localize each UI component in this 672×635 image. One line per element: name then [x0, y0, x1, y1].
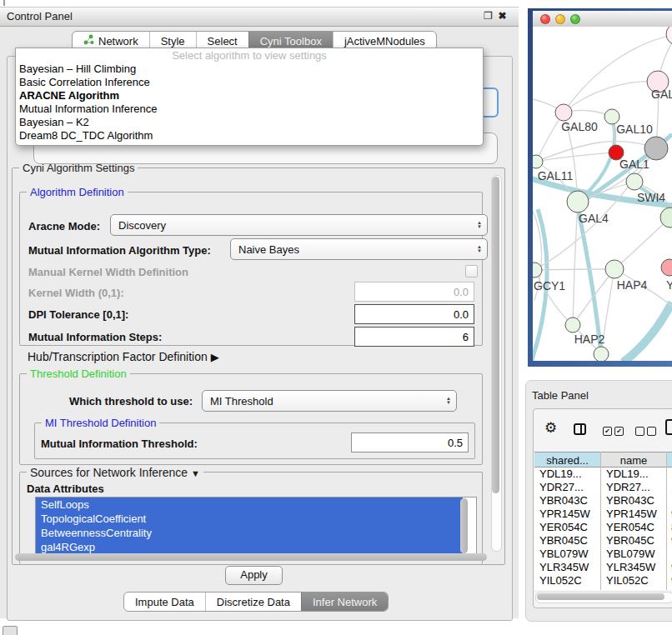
table-row[interactable]: YIL052CYIL052C9 — [534, 574, 672, 588]
expand-right-icon[interactable]: ▶ — [211, 351, 219, 363]
aracne-mode-value: Discovery — [118, 219, 477, 232]
mi-steps-input[interactable] — [354, 327, 474, 347]
algorithm-option-bayesian-k2[interactable]: Bayesian – K2 — [16, 116, 483, 129]
network-node-hap2[interactable] — [565, 318, 580, 332]
network-node-gal80[interactable] — [555, 104, 572, 121]
close-icon[interactable]: ✖ — [496, 10, 509, 22]
tab-discretize-data[interactable]: Discretize Data — [205, 592, 301, 611]
settings-scroll-thumb[interactable] — [492, 177, 499, 493]
control-panel-title: Control Panel — [7, 10, 73, 22]
column-divider — [600, 452, 601, 590]
network-icon — [83, 34, 94, 48]
attribute-item-selfloops[interactable]: SelfLoops — [36, 498, 463, 512]
checked-columns-icon[interactable]: ✔✔ — [603, 423, 626, 438]
aracne-mode-select[interactable]: Discovery ▲▼ — [110, 214, 488, 236]
which-threshold-select[interactable]: MI Threshold ▲▼ — [202, 390, 457, 412]
node-label-hap2: HAP2 — [574, 332, 605, 346]
algorithm-option-basic-correlation-inference[interactable]: Basic Correlation Inference — [16, 76, 483, 89]
table-row[interactable]: YBR043CYBR043C — [534, 494, 672, 508]
table-row[interactable]: YDR27...YDR27...12 — [534, 481, 672, 494]
tab-impute-data[interactable]: Impute Data — [124, 592, 205, 611]
attribute-item-topologicalcoefficient[interactable]: TopologicalCoefficient — [36, 512, 463, 526]
network-graph[interactable]: GALGAL80GAL10GAL1GAL11SWI4GAL4GCY1HAP4YH… — [533, 27, 672, 361]
algorithm-option-mutual-information-inference[interactable]: Mutual Information Inference — [16, 102, 483, 116]
table-cell[interactable]: YIL052C — [539, 574, 582, 588]
network-node-y[interactable] — [661, 259, 672, 276]
bottom-tabbar: Impute DataDiscretize DataInfer Network — [123, 592, 389, 612]
table-cell[interactable]: YLR345W — [606, 561, 655, 574]
table-cell[interactable]: YLR345W — [539, 561, 589, 574]
table-cell[interactable]: YBR045C — [539, 534, 588, 548]
columns-icon[interactable] — [574, 423, 586, 435]
hub-tf-definition-label[interactable]: Hub/Transcription Factor Definition ▶ — [28, 350, 219, 363]
table-cell[interactable]: YER054C — [606, 521, 654, 534]
dpi-tolerance-input[interactable] — [354, 304, 474, 324]
node-label-swi4: SWI4 — [637, 191, 665, 204]
tab-label: Impute Data — [135, 596, 194, 608]
column-header-a[interactable]: A — [667, 452, 672, 468]
column-header-shared[interactable]: shared... — [534, 452, 601, 468]
table-row[interactable]: YDL19...YDL19...13 — [534, 468, 672, 481]
algorithm-option-dream8-dc-tdc-algorithm[interactable]: Dream8 DC_TDC Algorithm — [16, 129, 483, 142]
network-node-gal4[interactable] — [567, 191, 589, 212]
algorithm-option-aracne-algorithm[interactable]: ARACNE Algorithm — [16, 89, 483, 102]
network-node[interactable] — [594, 347, 609, 361]
table-row[interactable]: YPR145WYPR145W9. — [534, 508, 672, 521]
table-cell[interactable]: YPR145W — [606, 508, 657, 521]
network-node[interactable] — [660, 208, 672, 228]
table-cell[interactable]: YPR145W — [539, 508, 590, 521]
table-cell[interactable]: YDL19... — [606, 468, 649, 481]
table-cell[interactable]: YIL052C — [606, 574, 649, 588]
table-row[interactable]: YBR045CYBR045C9. — [534, 534, 672, 548]
float-window-icon[interactable]: ❐ — [482, 10, 494, 22]
settings-hscroll-thumb[interactable] — [15, 553, 487, 561]
algorithm-option-bayesian-hill-climbing[interactable]: Bayesian – Hill Climbing — [16, 62, 483, 76]
network-canvas[interactable]: GALGAL80GAL10GAL1GAL11SWI4GAL4GCY1HAP4YH… — [533, 27, 672, 361]
table-row[interactable]: YBL079WYBL079W — [534, 548, 672, 561]
kernel-width-input[interactable] — [354, 282, 474, 302]
unchecked-columns-icon[interactable] — [635, 423, 659, 438]
network-window[interactable]: GALGAL80GAL10GAL1GAL11SWI4GAL4GCY1HAP4YH… — [528, 8, 672, 367]
table-row[interactable]: YLR345WYLR345W9. — [534, 561, 672, 574]
network-window-titlebar[interactable] — [533, 11, 672, 28]
column-header-name[interactable]: name — [601, 452, 667, 468]
mi-threshold-definition-group: MI Threshold Definition Mutual Informati… — [34, 422, 475, 459]
attribute-item-gal4rgexp[interactable]: gal4RGexp — [36, 540, 463, 554]
apply-button[interactable]: Apply — [225, 566, 283, 585]
table-cell[interactable]: YBL079W — [606, 548, 655, 561]
node-label-y: Y — [666, 278, 672, 292]
table-cell[interactable]: YDL19... — [539, 468, 582, 481]
algorithm-definition-group: Algorithm Definition Aracne Mode: Discov… — [19, 192, 483, 346]
bottom-left-widget-icon[interactable] — [3, 626, 18, 635]
network-node-gal11[interactable] — [533, 155, 543, 168]
network-node[interactable] — [666, 27, 672, 45]
network-node-swi4[interactable] — [626, 173, 643, 190]
table-cell[interactable]: YDR27... — [606, 481, 650, 494]
table-rows[interactable]: YDL19...YDL19...13YDR27...YDR27...12YBR0… — [534, 468, 672, 590]
table-hscroll-thumb[interactable] — [537, 593, 664, 600]
manual-kernel-width-checkbox[interactable] — [465, 265, 478, 278]
network-node-hap4[interactable] — [605, 260, 624, 278]
tab-infer-network[interactable]: Infer Network — [301, 592, 388, 611]
table-cell[interactable]: YBR045C — [606, 534, 654, 548]
expand-down-icon[interactable]: ▼ — [191, 468, 200, 478]
mi-threshold-input[interactable] — [351, 432, 469, 452]
data-attributes-list[interactable]: SelfLoopsTopologicalCoefficientBetweenne… — [35, 497, 477, 559]
table-cell[interactable]: YER054C — [539, 521, 588, 534]
table-cell[interactable]: YDR27... — [539, 481, 584, 494]
table-cell[interactable]: YBR043C — [606, 494, 654, 508]
sources-title-text: Sources for Network Inference — [30, 466, 188, 479]
minimize-traffic-light-icon[interactable] — [555, 14, 565, 24]
table-row[interactable]: YER054CYER054C8. — [534, 521, 672, 534]
mi-algorithm-type-select[interactable]: Naive Bayes ▲▼ — [230, 238, 488, 260]
table-cell[interactable]: YBR043C — [539, 494, 588, 508]
attribute-list-scrollbar[interactable] — [460, 498, 468, 553]
file-icon[interactable] — [665, 419, 672, 435]
gear-icon[interactable]: ⚙ — [544, 419, 557, 437]
table-cell[interactable]: YBL079W — [539, 548, 589, 561]
zoom-traffic-light-icon[interactable] — [570, 14, 580, 24]
spinner-arrows-icon: ▲▼ — [446, 397, 451, 405]
network-node[interactable] — [644, 137, 668, 160]
attribute-item-betweennesscentrality[interactable]: BetweennessCentrality — [36, 526, 463, 540]
close-traffic-light-icon[interactable] — [540, 14, 550, 24]
